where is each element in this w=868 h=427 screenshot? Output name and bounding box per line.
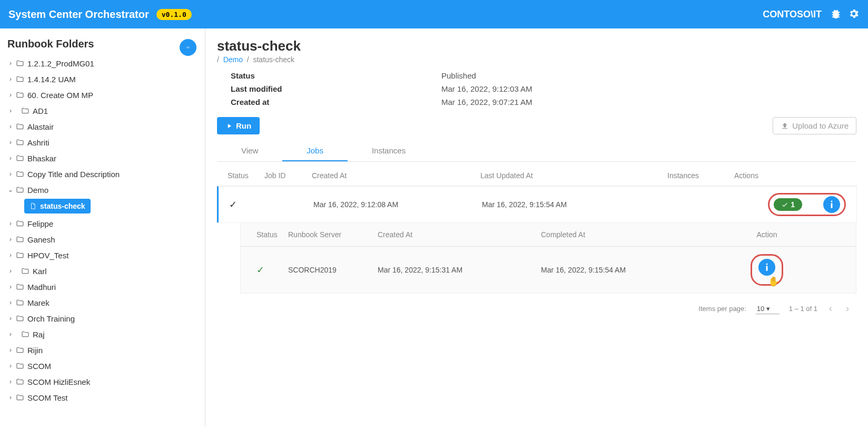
tree-folder[interactable]: › Bhaskar xyxy=(5,150,205,166)
tree-folder[interactable]: › 1.4.14.2 UAM xyxy=(5,71,205,87)
col-created: Created At xyxy=(312,171,480,180)
scol-completed: Completed At xyxy=(541,230,694,239)
gear-icon[interactable] xyxy=(848,8,860,21)
tree-label: Felippe xyxy=(27,219,53,228)
app-title: System Center Orchestrator xyxy=(8,8,149,21)
instances-pill[interactable]: 1 xyxy=(774,198,802,211)
sidebar-title: Runbook Folders xyxy=(5,34,205,55)
tree-label: Marek xyxy=(27,298,50,307)
tree-label: Demo xyxy=(27,186,48,195)
tree-label: Rijin xyxy=(27,346,43,355)
tree-folder[interactable]: › Madhuri xyxy=(5,279,205,295)
tree-folder[interactable]: › Raj xyxy=(5,326,205,342)
next-page-button[interactable]: › xyxy=(844,303,851,314)
chevron-icon: › xyxy=(5,220,16,227)
tree-folder[interactable]: › SCOM Test xyxy=(5,390,205,405)
instance-info-button[interactable] xyxy=(758,259,775,276)
folder-icon xyxy=(16,106,29,115)
folder-icon xyxy=(16,59,24,67)
items-per-page-select[interactable]: 10 ▾ xyxy=(756,304,780,314)
folder-icon xyxy=(16,154,24,162)
tree-folder[interactable]: › Orch Training xyxy=(5,310,205,326)
tree-label: Copy Title and Description xyxy=(27,170,120,179)
chevron-icon: › xyxy=(5,91,16,99)
svg-rect-1 xyxy=(831,203,833,208)
tree-folder[interactable]: › Karl xyxy=(5,263,205,279)
tab-instances[interactable]: Instances xyxy=(348,141,430,161)
instance-created: Mar 16, 2022, 9:15:31 AM xyxy=(378,266,541,274)
folder-icon xyxy=(16,251,24,259)
svg-point-0 xyxy=(831,201,833,202)
folder-icon xyxy=(16,186,24,194)
check-icon: ✓ xyxy=(229,199,237,210)
folder-icon xyxy=(16,138,24,147)
status-label: Status xyxy=(231,71,441,80)
app-header: System Center Orchestrator v0.1.0 CONTOS… xyxy=(0,0,868,28)
tree-folder[interactable]: › Ganesh xyxy=(5,231,205,247)
tree-label: Madhuri xyxy=(27,283,56,292)
chevron-icon: › xyxy=(5,60,16,67)
prev-page-button[interactable]: ‹ xyxy=(827,303,834,314)
instance-sub-table: Status Runbook Server Created At Complet… xyxy=(240,222,856,294)
tab-view[interactable]: View xyxy=(217,141,282,161)
folder-tree: › 1.2.1.2_ProdMG01› 1.4.14.2 UAM› 60. Cr… xyxy=(5,55,205,405)
folder-icon xyxy=(16,219,24,228)
items-per-page-label: Items per page: xyxy=(698,305,746,313)
bug-icon[interactable] xyxy=(830,8,842,21)
main-content: status-check / Demo / status-check Statu… xyxy=(205,28,868,427)
tree-file-selected[interactable]: status-check xyxy=(24,199,91,214)
folder-icon xyxy=(16,346,24,354)
run-button[interactable]: Run xyxy=(217,117,260,134)
paginator: Items per page: 10 ▾ 1 – 1 of 1 ‹ › xyxy=(217,294,856,318)
upload-azure-button[interactable]: Upload to Azure xyxy=(773,117,856,134)
breadcrumb: / Demo / status-check xyxy=(217,55,856,64)
svg-rect-3 xyxy=(766,266,768,271)
user-identity: CONTOSO\IT xyxy=(763,9,822,20)
folder-icon xyxy=(16,75,24,83)
breadcrumb-folder[interactable]: Demo xyxy=(223,55,243,64)
tree-folder[interactable]: ⌄ Demo xyxy=(5,182,205,198)
chevron-icon: ⌄ xyxy=(5,186,16,193)
collapse-sidebar-button[interactable] xyxy=(180,39,196,56)
tree-folder[interactable]: › SCOM xyxy=(5,358,205,374)
scol-server: Runbook Server xyxy=(288,230,378,239)
chevron-icon: › xyxy=(5,123,16,130)
chevron-icon: › xyxy=(5,394,16,401)
status-value: Published xyxy=(441,71,476,80)
page-title: status-check xyxy=(217,38,856,54)
tree-folder[interactable]: › Marek xyxy=(5,295,205,310)
folder-icon xyxy=(16,377,24,386)
tabs: View Jobs Instances xyxy=(217,141,856,162)
modified-label: Last modified xyxy=(231,84,441,93)
folder-icon xyxy=(16,91,24,99)
tree-label: SCOM Test xyxy=(27,393,67,402)
tree-label: AD1 xyxy=(33,106,48,115)
chevron-icon: › xyxy=(5,267,16,275)
folder-icon xyxy=(16,298,24,307)
tree-folder[interactable]: › Rijin xyxy=(5,342,205,358)
tree-folder[interactable]: › Felippe xyxy=(5,216,205,231)
tree-folder[interactable]: › Copy Title and Description xyxy=(5,166,205,182)
folder-icon xyxy=(16,362,24,370)
tree-folder[interactable]: › SCOM HizliEsnek xyxy=(5,374,205,390)
tree-folder[interactable]: › 60. Create OM MP xyxy=(5,87,205,103)
tree-label: 1.4.14.2 UAM xyxy=(27,75,76,84)
chevron-icon: › xyxy=(5,170,16,178)
tab-jobs[interactable]: Jobs xyxy=(282,141,348,161)
tree-folder[interactable]: › Ashriti xyxy=(5,134,205,150)
chevron-icon: › xyxy=(5,378,16,385)
chevron-icon: › xyxy=(5,362,16,370)
tree-folder[interactable]: › 1.2.1.2_ProdMG01 xyxy=(5,55,205,71)
folder-icon xyxy=(16,393,24,402)
job-info-button[interactable] xyxy=(823,196,840,213)
tree-label: SCOM HizliEsnek xyxy=(27,377,90,386)
tree-folder[interactable]: › HPOV_Test xyxy=(5,247,205,263)
tree-label: Orch Training xyxy=(27,314,75,323)
tree-folder[interactable]: › Alastair xyxy=(5,119,205,134)
chevron-icon: › xyxy=(5,236,16,243)
folder-icon xyxy=(16,330,29,338)
tree-folder[interactable]: › AD1 xyxy=(5,103,205,119)
check-icon: ✓ xyxy=(257,265,264,275)
jobs-row[interactable]: ✓ Mar 16, 2022, 9:12:08 AM Mar 16, 2022,… xyxy=(217,186,856,222)
jobs-table: Status Job ID Created At Last Updated At… xyxy=(217,165,856,294)
